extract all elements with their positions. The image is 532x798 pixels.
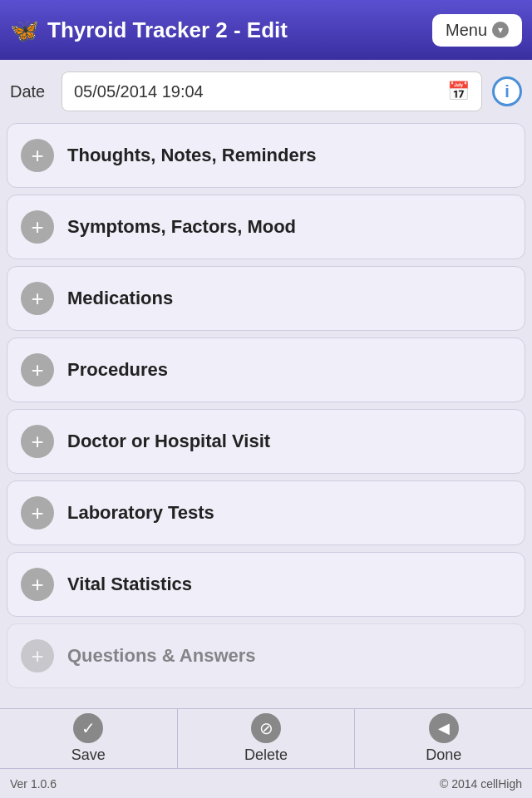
save-button[interactable]: Save	[0, 709, 178, 768]
list-item-laboratory[interactable]: Laboratory Tests	[7, 480, 525, 545]
menu-label: Menu	[446, 21, 487, 40]
page-title: Thyroid Tracker 2 - Edit	[47, 17, 288, 43]
date-row: Date 05/05/2014 19:04 📅 i	[0, 60, 532, 123]
list-item-medications[interactable]: Medications	[7, 266, 525, 331]
info-icon: i	[505, 82, 510, 101]
version-text: Ver 1.0.6	[10, 777, 57, 791]
menu-button[interactable]: Menu ▾	[432, 14, 522, 47]
date-field[interactable]: 05/05/2014 19:04 📅	[62, 71, 482, 111]
copyright-text: © 2014 cellHigh	[440, 777, 522, 791]
info-button[interactable]: i	[492, 76, 522, 106]
header-left: 🦋 Thyroid Tracker 2 - Edit	[10, 17, 288, 44]
done-label: Done	[426, 746, 461, 764]
add-icon-qa	[21, 639, 54, 672]
list-item-label-procedures: Procedures	[67, 359, 168, 381]
list-container: Thoughts, Notes, RemindersSymptoms, Fact…	[0, 123, 532, 695]
list-item-symptoms[interactable]: Symptoms, Factors, Mood	[7, 195, 525, 259]
delete-icon	[251, 713, 281, 743]
add-icon-medications	[21, 282, 54, 315]
list-item-thoughts[interactable]: Thoughts, Notes, Reminders	[7, 123, 525, 188]
add-icon-procedures	[21, 353, 54, 387]
list-item-vital[interactable]: Vital Statistics	[7, 552, 525, 617]
list-item-label-symptoms: Symptoms, Factors, Mood	[67, 216, 296, 238]
list-item-label-laboratory: Laboratory Tests	[67, 502, 214, 524]
add-icon-vital	[21, 568, 54, 601]
add-icon-doctor	[21, 425, 54, 458]
chevron-down-icon: ▾	[492, 22, 509, 38]
status-bar: Ver 1.0.6 © 2014 cellHigh	[0, 768, 532, 798]
list-item-label-thoughts: Thoughts, Notes, Reminders	[67, 145, 316, 166]
done-icon	[429, 713, 459, 743]
list-item-label-vital: Vital Statistics	[67, 574, 192, 595]
add-icon-laboratory	[21, 496, 54, 530]
list-item-label-doctor: Doctor or Hospital Visit	[67, 431, 270, 452]
list-item-label-medications: Medications	[67, 288, 173, 309]
delete-label: Delete	[244, 746, 288, 764]
delete-button[interactable]: Delete	[178, 709, 356, 768]
done-button[interactable]: Done	[355, 709, 532, 768]
list-item-qa[interactable]: Questions & Answers	[7, 623, 525, 688]
add-icon-symptoms	[21, 210, 54, 244]
save-label: Save	[71, 746, 106, 764]
app-header: 🦋 Thyroid Tracker 2 - Edit Menu ▾	[0, 0, 532, 60]
add-icon-thoughts	[21, 139, 54, 172]
bottom-toolbar: Save Delete Done	[0, 708, 532, 768]
date-value: 05/05/2014 19:04	[74, 82, 204, 101]
list-item-label-qa: Questions & Answers	[67, 645, 256, 667]
list-item-procedures[interactable]: Procedures	[7, 337, 525, 402]
date-label: Date	[10, 82, 52, 101]
calendar-icon: 📅	[447, 81, 470, 102]
save-icon	[73, 713, 103, 743]
butterfly-icon: 🦋	[10, 17, 39, 44]
list-item-doctor[interactable]: Doctor or Hospital Visit	[7, 409, 525, 474]
